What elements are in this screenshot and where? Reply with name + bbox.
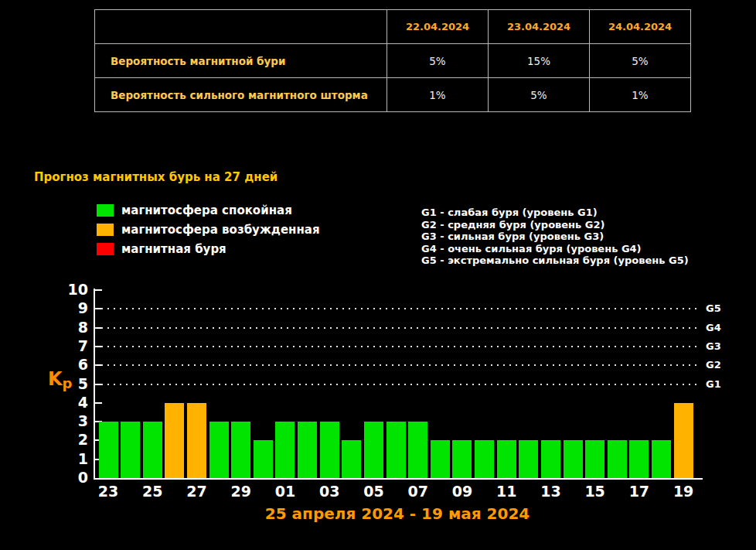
kp-forecast-bar-chart: Kp 25 апреля 2024 - 19 мая 2024 01234567… [0,278,756,545]
table-header-row: 22.04.2024 23.04.2024 24.04.2024 [95,10,691,44]
date-range-caption: 25 апреля 2024 - 19 мая 2024 [94,504,701,523]
y-axis-tick-label: 7 [54,337,88,354]
g-level-label: G4 [706,321,721,335]
y-axis-tick-label: 0 [54,469,88,486]
storm-probability-row: Вероятность магнитной бури 5% 15% 5% [95,44,691,78]
y-axis-tick-label: 6 [54,356,88,373]
x-axis-tick-label: 17 [622,483,656,500]
legend-item-quiet: магнитосфера спокойная [97,203,320,217]
g-scale-legend: G1 - слабая буря (уровень G1) G2 - средн… [421,207,689,267]
y-axis-tick-label: 4 [54,394,88,411]
kp-bar [387,422,406,478]
g2-description: G2 - средняя буря (уровень G2) [421,219,689,231]
gridline-g2 [95,364,701,366]
kp-bar [342,440,361,478]
kp-bar [165,403,184,478]
kp-bar [564,440,583,478]
g-level-label: G5 [706,302,721,316]
magnetic-storm-swatch [97,243,114,255]
x-axis-tick-label: 07 [401,483,435,500]
kp-bar [608,440,627,478]
date-header-3: 24.04.2024 [590,10,691,44]
probability-value: 5% [387,44,489,78]
y-axis-tick-label: 9 [54,299,88,316]
chart-legend: магнитосфера спокойная магнитосфера возб… [97,203,320,261]
kp-bar [519,440,538,478]
kp-bar [187,403,206,478]
x-axis-tick-label: 11 [489,483,523,500]
legend-label-excited: магнитосфера возбужденная [121,223,320,237]
g3-description: G3 - сильная буря (уровень G3) [421,231,689,243]
y-axis-tick-label: 3 [54,412,88,429]
probability-value: 1% [590,78,691,112]
x-axis-tick-label: 25 [135,483,169,500]
x-axis-tick-label: 13 [533,483,567,500]
g1-description: G1 - слабая буря (уровень G1) [421,207,689,219]
forecast-section-title: Прогноз магнитных бурь на 27 дней [34,170,278,184]
probability-value: 1% [387,78,489,112]
date-header-2: 23.04.2024 [489,10,590,44]
kp-bar [231,422,250,478]
x-axis-tick-label: 15 [578,483,612,500]
kp-bar [674,403,693,478]
x-axis-tick-label: 19 [666,483,700,500]
g-level-label: G3 [706,340,721,354]
gridline-g1 [95,384,701,385]
y-axis-tick-label: 2 [54,431,88,448]
kp-bar [320,422,339,478]
storm-probability-label: Вероятность магнитной бури [95,44,387,78]
probability-value: 5% [489,78,590,112]
kp-bar [298,422,317,478]
kp-bar [254,440,273,478]
legend-item-storm: магнитная буря [97,242,320,255]
kp-bar [99,422,118,478]
kp-bar [121,422,140,478]
probability-value: 5% [590,44,691,78]
gridline-g4 [95,327,701,329]
legend-label-quiet: магнитосфера спокойная [121,203,292,217]
y-axis-tick [95,289,102,291]
g5-description: G5 - экстремально сильная буря (уровень … [421,255,689,267]
x-axis-tick-label: 29 [224,483,258,500]
kp-bar [585,440,604,478]
gridline-g5 [95,308,701,309]
y-axis-tick-label: 10 [54,281,88,298]
gridline-g3 [95,346,701,347]
kp-bar [364,422,383,478]
y-axis-tick-label: 8 [54,319,88,336]
kp-bar [452,440,472,478]
kp-bar [475,440,494,478]
kp-bar [209,422,229,478]
kp-bar [431,440,450,478]
x-axis-tick-label: 05 [356,483,390,500]
y-axis-tick [95,402,102,404]
g-level-label: G2 [706,358,721,372]
x-axis-tick-label: 27 [179,483,213,500]
x-axis-line [94,478,703,480]
legend-label-storm: магнитная буря [121,242,226,256]
kp-bar [629,440,649,478]
probability-value: 15% [489,44,590,78]
kp-bar [652,440,671,478]
kp-bar [541,440,560,478]
empty-corner-cell [95,10,387,44]
kp-bar [275,422,295,478]
g4-description: G4 - очень сильная буря (уровень G4) [421,243,689,255]
x-axis-tick-label: 09 [445,483,479,500]
storm-probability-table: 22.04.2024 23.04.2024 24.04.2024 Вероятн… [94,9,691,112]
excited-magnetosphere-swatch [97,224,114,236]
g-level-label: G1 [706,377,721,391]
y-axis-tick-label: 5 [54,375,88,392]
kp-bar [497,440,516,478]
x-axis-tick-label: 01 [268,483,302,500]
strong-storm-probability-row: Вероятность сильного магнитного шторма 1… [95,78,691,112]
kp-bar [143,422,162,478]
legend-item-excited: магнитосфера возбужденная [97,223,320,236]
quiet-magnetosphere-swatch [97,204,114,217]
x-axis-tick-label: 23 [91,483,125,500]
kp-bar [408,422,427,478]
strong-storm-probability-label: Вероятность сильного магнитного шторма [95,78,387,112]
y-axis-tick-label: 1 [54,450,88,467]
date-header-1: 22.04.2024 [387,10,489,44]
x-axis-tick-label: 03 [312,483,346,500]
